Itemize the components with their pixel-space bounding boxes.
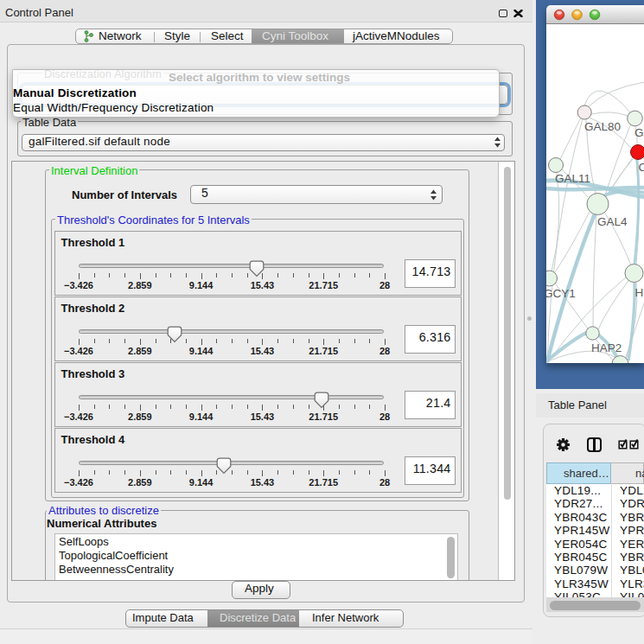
svg-text:GCY1: GCY1: [546, 287, 576, 300]
svg-text:GAL11: GAL11: [555, 172, 590, 185]
svg-text:HAP2: HAP2: [591, 341, 622, 354]
svg-text:GAL80: GAL80: [584, 120, 621, 133]
svg-text:GA: GA: [634, 126, 644, 139]
svg-text:C: C: [638, 161, 644, 174]
svg-text:H: H: [634, 286, 643, 299]
svg-text:GAL4: GAL4: [597, 215, 628, 228]
